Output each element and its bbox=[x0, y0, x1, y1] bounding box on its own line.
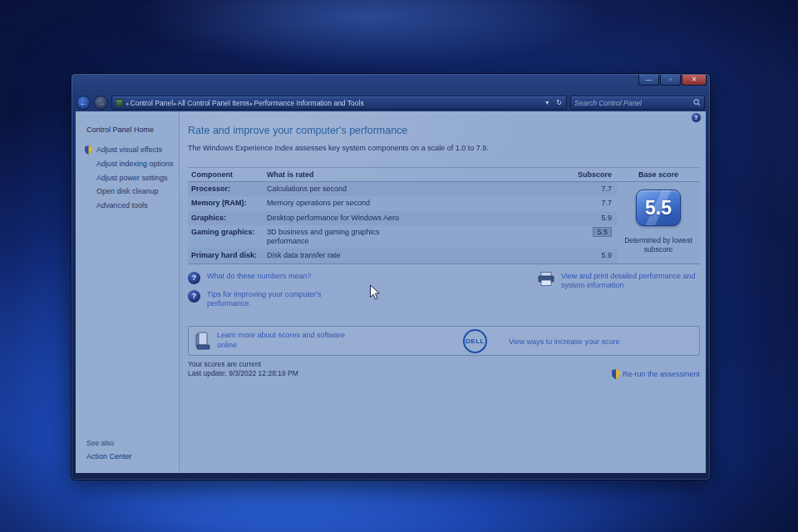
print-link-item: View and print detailed performance and … bbox=[538, 272, 700, 315]
control-panel-window: — ▫ ✕ ← → ▸Control Panel▸All Control Pan… bbox=[71, 73, 711, 480]
question-mark-icon: ? bbox=[188, 272, 200, 284]
header-subscore: Subscore bbox=[559, 170, 617, 179]
header-base-score: Base score bbox=[617, 170, 700, 179]
sidebar-item-label: Adjust visual effects bbox=[96, 145, 162, 154]
search-icon[interactable] bbox=[693, 99, 701, 106]
breadcrumb: ▸Control Panel▸All Control Panel Items▸P… bbox=[126, 99, 364, 107]
rated-cell: Desktop performance for Windows Aero bbox=[267, 214, 404, 223]
subscore-value: 5.9 bbox=[601, 251, 612, 259]
table-row: Primary hard disk:Disk data transfer rat… bbox=[188, 249, 617, 263]
forward-button[interactable]: → bbox=[94, 96, 108, 110]
score-status: Your scores are current Last update: 9/3… bbox=[188, 360, 298, 379]
sidebar-item-adjust-power-settings[interactable]: Adjust power settings bbox=[86, 174, 175, 183]
help-link-item: ? Tips for improving your computer's per… bbox=[188, 290, 537, 309]
sidebar: Control Panel Home Adjust visual effects… bbox=[76, 111, 180, 473]
component-cell: Gaming graphics: bbox=[188, 228, 267, 236]
rated-cell: 3D business and gaming graphics performa… bbox=[267, 228, 404, 247]
sidebar-item-advanced-tools[interactable]: Advanced tools bbox=[86, 201, 175, 210]
component-cell: Processor: bbox=[188, 185, 267, 193]
table-row: Graphics:Desktop performance for Windows… bbox=[188, 211, 617, 225]
component-cell: Primary hard disk: bbox=[188, 251, 267, 259]
sidebar-item-control-panel-home[interactable]: Control Panel Home bbox=[86, 126, 175, 134]
last-update-text: Last update: 9/3/2022 12:28:19 PM bbox=[188, 369, 298, 378]
table-row: Gaming graphics:3D business and gaming g… bbox=[188, 225, 617, 249]
rated-cell: Calculations per second bbox=[267, 185, 404, 194]
sidebar-task-list: Adjust visual effectsAdjust indexing opt… bbox=[86, 145, 175, 210]
refresh-icon[interactable]: ↻ bbox=[554, 99, 564, 106]
rerun-assessment-link[interactable]: Re-run the assessment bbox=[612, 369, 700, 379]
scores-current-text: Your scores are current bbox=[188, 360, 298, 369]
what-numbers-mean-link[interactable]: What do these numbers mean? bbox=[207, 272, 312, 282]
back-button[interactable]: ← bbox=[76, 96, 91, 110]
table-header: Component What is rated Subscore Base sc… bbox=[188, 167, 700, 182]
base-score-value: 5.5 bbox=[645, 197, 672, 219]
caption-buttons: — ▫ ✕ bbox=[638, 75, 707, 86]
subscore-cell: 5.9 bbox=[559, 251, 617, 259]
help-links-section: ? What do these numbers mean? ? Tips for… bbox=[188, 272, 700, 315]
maximize-button[interactable]: ▫ bbox=[660, 75, 681, 86]
close-button[interactable]: ✕ bbox=[682, 75, 707, 86]
breadcrumb-item[interactable]: All Control Panel Items bbox=[178, 99, 249, 107]
page-title: Rate and improve your computer's perform… bbox=[188, 125, 700, 136]
sidebar-item-action-center[interactable]: Action Center bbox=[86, 452, 132, 461]
sidebar-item-label: Adjust power settings bbox=[96, 174, 168, 182]
table-row: Processor:Calculations per second7.7 bbox=[188, 182, 617, 196]
minimize-button[interactable]: — bbox=[638, 75, 659, 86]
subscore-cell: 5.9 bbox=[559, 214, 617, 222]
window-content: ? Control Panel Home Adjust visual effec… bbox=[76, 111, 706, 473]
subscore-cell: 5.5 bbox=[559, 228, 617, 236]
software-books-icon bbox=[195, 332, 210, 350]
address-bar[interactable]: ▸Control Panel▸All Control Panel Items▸P… bbox=[111, 96, 567, 110]
header-component: Component bbox=[188, 170, 267, 179]
oem-banner: Learn more about scores and software onl… bbox=[188, 326, 700, 356]
subscore-value: 5.9 bbox=[601, 214, 612, 222]
uac-shield-icon bbox=[85, 145, 92, 157]
title-bar: — ▫ ✕ bbox=[71, 74, 710, 94]
learn-more-item: Learn more about scores and software onl… bbox=[195, 331, 358, 350]
increase-score-link[interactable]: View ways to increase your score bbox=[509, 337, 619, 347]
score-rows: Processor:Calculations per second7.7Memo… bbox=[188, 182, 617, 264]
sidebar-item-adjust-indexing-options[interactable]: Adjust indexing options bbox=[86, 160, 175, 169]
component-cell: Graphics: bbox=[188, 214, 267, 222]
search-input[interactable] bbox=[574, 99, 682, 107]
base-score-caption: Determined by lowest subscore bbox=[620, 236, 697, 255]
subscore-cell: 7.7 bbox=[559, 199, 617, 207]
header-what-is-rated: What is rated bbox=[267, 170, 559, 179]
address-dropdown-icon[interactable]: ▾ bbox=[543, 99, 551, 106]
see-also-label: See also bbox=[86, 439, 132, 447]
breadcrumb-item[interactable]: Control Panel bbox=[131, 99, 174, 107]
subscore-value: 7.7 bbox=[601, 199, 612, 207]
improvement-tips-link[interactable]: Tips for improving your computer's perfo… bbox=[207, 290, 344, 309]
help-icon[interactable]: ? bbox=[692, 113, 701, 122]
search-box bbox=[570, 96, 705, 110]
sidebar-item-label: Adjust indexing options bbox=[96, 160, 174, 168]
rated-cell: Disk data transfer rate bbox=[267, 251, 404, 260]
see-also-section: See also Action Center bbox=[86, 439, 132, 461]
breadcrumb-item[interactable]: Performance Information and Tools bbox=[254, 99, 364, 107]
learn-more-link[interactable]: Learn more about scores and software onl… bbox=[217, 331, 358, 350]
base-score-badge: 5.5 bbox=[636, 190, 681, 226]
sidebar-item-adjust-visual-effects[interactable]: Adjust visual effects bbox=[86, 145, 175, 155]
status-section: Your scores are current Last update: 9/3… bbox=[188, 360, 700, 379]
rerun-assessment-label: Re-run the assessment bbox=[623, 370, 700, 378]
uac-shield-icon bbox=[612, 369, 620, 379]
subscore-cell: 7.7 bbox=[559, 185, 617, 193]
sidebar-item-open-disk-cleanup[interactable]: Open disk cleanup bbox=[86, 187, 175, 196]
dell-logo: DELL bbox=[463, 329, 487, 353]
subscore-value: 7.7 bbox=[601, 185, 612, 193]
printer-icon bbox=[538, 272, 554, 286]
table-body: Processor:Calculations per second7.7Memo… bbox=[188, 182, 700, 264]
view-print-details-link[interactable]: View and print detailed performance and … bbox=[561, 272, 700, 291]
sidebar-item-label: Open disk cleanup bbox=[96, 187, 159, 195]
navigation-bar: ← → ▸Control Panel▸All Control Panel Ite… bbox=[71, 94, 710, 111]
sidebar-item-label: Advanced tools bbox=[96, 201, 148, 209]
question-mark-icon: ? bbox=[188, 290, 200, 303]
rated-cell: Memory operations per second bbox=[267, 199, 404, 208]
page-subtitle: The Windows Experience Index assesses ke… bbox=[188, 144, 700, 152]
control-panel-icon bbox=[116, 99, 123, 106]
table-row: Memory (RAM):Memory operations per secon… bbox=[188, 196, 617, 210]
component-cell: Memory (RAM): bbox=[188, 199, 267, 207]
base-score-column: 5.5 Determined by lowest subscore bbox=[617, 182, 700, 264]
main-panel: Rate and improve your computer's perform… bbox=[180, 111, 706, 473]
help-links-left: ? What do these numbers mean? ? Tips for… bbox=[188, 272, 537, 315]
